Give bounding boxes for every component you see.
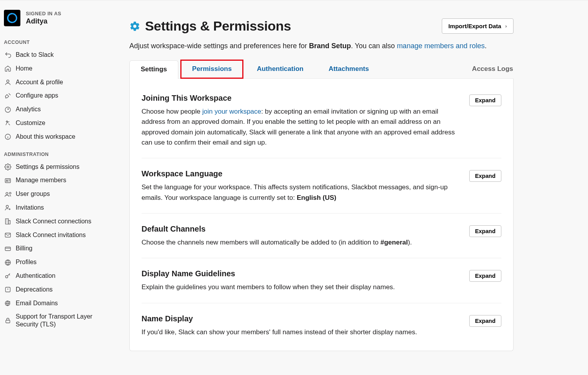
person-plus-icon xyxy=(4,204,12,212)
section-description: If you'd like, Slack can show your membe… xyxy=(142,327,460,337)
expand-button[interactable]: Expand xyxy=(469,170,501,182)
nav-item-label: Customize xyxy=(16,119,45,127)
svg-rect-17 xyxy=(6,321,10,323)
envelope-icon xyxy=(4,231,12,239)
nav-item-label: Home xyxy=(16,65,33,73)
section-description: Choose the channels new members will aut… xyxy=(142,237,460,248)
nav-item-label: About this workspace xyxy=(16,133,75,141)
main-content: Settings & Permissions Import/Export Dat… xyxy=(106,0,537,375)
nav-billing[interactable]: Billing xyxy=(0,242,106,255)
home-icon xyxy=(4,65,12,72)
nav-item-label: Billing xyxy=(16,245,33,253)
nav-item-label: Support for Transport Layer Security (TL… xyxy=(16,313,102,328)
svg-rect-12 xyxy=(5,247,11,250)
sparkle-icon xyxy=(4,119,12,127)
nav-slack-connect-invitations[interactable]: Slack Connect invitations xyxy=(0,228,106,242)
nav-email-domains[interactable]: Email Domains xyxy=(0,297,106,310)
section-title: Name Display xyxy=(142,314,460,323)
signed-in-name: Aditya xyxy=(26,17,61,25)
import-export-label: Import/Export Data xyxy=(448,23,501,29)
back-arrow-icon xyxy=(4,51,12,59)
svg-rect-10 xyxy=(9,221,11,224)
nav-profiles[interactable]: Profiles xyxy=(0,255,106,269)
svg-point-4 xyxy=(7,166,9,168)
nav-account-profile[interactable]: Account & profile xyxy=(0,76,106,89)
settings-panel: Joining This Workspace Choose how people… xyxy=(129,79,514,351)
nav-item-label: Settings & permissions xyxy=(16,163,80,171)
nav-item-label: Analytics xyxy=(16,105,41,114)
join-workspace-link[interactable]: join your workspace xyxy=(202,108,261,115)
gear-icon xyxy=(129,21,140,32)
nav-analytics[interactable]: Analytics xyxy=(0,103,106,116)
tab-authentication[interactable]: Authentication xyxy=(245,60,315,78)
nav-tls-support[interactable]: Support for Transport Layer Security (TL… xyxy=(0,310,106,331)
tab-settings[interactable]: Settings xyxy=(129,60,178,79)
nav-invitations[interactable]: Invitations xyxy=(0,201,106,215)
building-icon xyxy=(4,217,12,225)
section-title: Joining This Workspace xyxy=(142,94,460,103)
tab-access-logs[interactable]: Access Logs xyxy=(461,60,514,78)
section-title: Workspace Language xyxy=(142,169,460,178)
svg-point-6 xyxy=(6,180,7,181)
nav-item-label: Account & profile xyxy=(16,78,63,87)
manage-members-link[interactable]: manage members and roles xyxy=(397,42,485,50)
section-description: Set the language for your workspace. Thi… xyxy=(142,182,460,203)
section-description: Choose how people join your workspace: b… xyxy=(142,107,460,148)
section-workspace-language: Workspace Language Set the language for … xyxy=(142,158,501,214)
nav-item-label: Manage members xyxy=(16,176,66,185)
tab-permissions[interactable]: Permissions xyxy=(181,60,243,78)
expand-button[interactable]: Expand xyxy=(469,270,501,282)
general-channel: #general xyxy=(381,239,408,246)
nav-item-label: Email Domains xyxy=(16,299,58,308)
id-card-icon xyxy=(4,177,12,185)
person-icon xyxy=(4,78,12,86)
nav-settings-permissions[interactable]: Settings & permissions xyxy=(0,160,106,174)
nav-about-workspace[interactable]: About this workspace xyxy=(0,130,106,144)
nav-item-label: Configure apps xyxy=(16,92,58,100)
nav-authentication[interactable]: Authentication xyxy=(0,269,106,283)
nav-group-administration: Administration xyxy=(0,144,106,160)
nav-item-label: Back to Slack xyxy=(16,51,54,59)
nav-configure-apps[interactable]: Configure apps xyxy=(0,89,106,103)
nav-back-to-slack[interactable]: Back to Slack xyxy=(0,48,106,62)
nav-item-label: Profiles xyxy=(16,258,36,266)
nav-item-label: Authentication xyxy=(16,272,55,280)
section-display-name-guidelines: Display Name Guidelines Explain the guid… xyxy=(142,258,501,303)
nav-customize[interactable]: Customize xyxy=(0,116,106,130)
expand-button[interactable]: Expand xyxy=(469,225,501,237)
sidebar: Signed in as Aditya Account Back to Slac… xyxy=(0,0,106,375)
expand-button[interactable]: Expand xyxy=(469,94,501,106)
nav-item-label: Invitations xyxy=(16,204,44,212)
nav-deprecations[interactable]: Deprecations xyxy=(0,283,106,297)
gauge-icon xyxy=(4,106,12,114)
workspace-name: Brand Setup xyxy=(309,42,351,50)
svg-rect-9 xyxy=(5,219,9,224)
expand-button[interactable]: Expand xyxy=(469,315,501,327)
tab-row: Settings Permissions Authentication Atta… xyxy=(129,60,514,79)
page-subtitle: Adjust workspace-wide settings and prefe… xyxy=(129,41,514,51)
chevron-right-icon: › xyxy=(505,23,507,29)
signed-in-block: Signed in as Aditya xyxy=(0,7,106,32)
nav-item-label: User groups xyxy=(16,190,50,198)
key-icon xyxy=(4,272,12,280)
nav-item-label: Deprecations xyxy=(16,286,53,294)
import-export-button[interactable]: Import/Export Data › xyxy=(442,18,514,34)
nav-home[interactable]: Home xyxy=(0,62,106,76)
svg-point-8 xyxy=(6,205,9,208)
globe-plus-icon xyxy=(4,299,12,307)
nav-user-groups[interactable]: User groups xyxy=(0,187,106,201)
svg-point-7 xyxy=(6,192,8,194)
plug-icon xyxy=(4,92,12,100)
svg-rect-5 xyxy=(5,179,11,183)
section-description: Explain the guidelines you want members … xyxy=(142,282,460,292)
nav-item-label: Slack Connect invitations xyxy=(16,231,86,239)
nav-manage-members[interactable]: Manage members xyxy=(0,174,106,187)
avatar xyxy=(4,10,20,26)
section-title: Display Name Guidelines xyxy=(142,269,460,278)
nav-slack-connect-connections[interactable]: Slack Connect connections xyxy=(0,215,106,228)
tab-attachments[interactable]: Attachments xyxy=(317,60,380,78)
section-title: Default Channels xyxy=(142,225,460,234)
nav-group-account: Account xyxy=(0,32,106,48)
warning-square-icon xyxy=(4,286,12,293)
page-title: Settings & Permissions xyxy=(145,18,291,34)
